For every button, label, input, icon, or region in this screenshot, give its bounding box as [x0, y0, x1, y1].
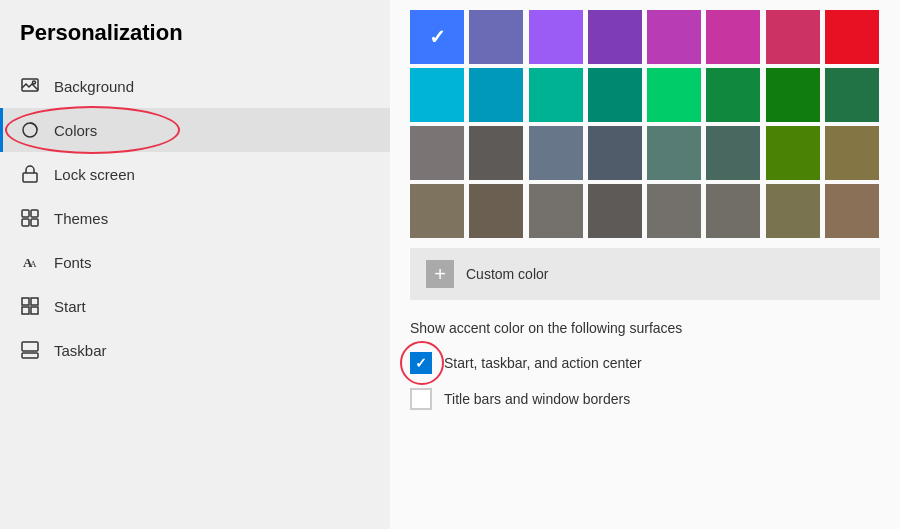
color-swatch[interactable] [588, 184, 642, 238]
color-swatch[interactable] [706, 184, 760, 238]
sidebar-item-themes[interactable]: Themes [0, 196, 390, 240]
color-swatch[interactable] [647, 126, 701, 180]
svg-point-1 [33, 81, 36, 84]
svg-rect-5 [31, 210, 38, 217]
sidebar-item-start[interactable]: Start [0, 284, 390, 328]
color-swatch[interactable] [588, 68, 642, 122]
color-swatch[interactable] [706, 68, 760, 122]
color-swatch[interactable] [529, 10, 583, 64]
custom-color-label: Custom color [466, 266, 548, 282]
color-swatch[interactable] [706, 126, 760, 180]
color-swatch[interactable] [825, 184, 879, 238]
color-swatch[interactable] [647, 10, 701, 64]
color-swatch[interactable] [410, 68, 464, 122]
themes-label: Themes [54, 210, 108, 227]
svg-rect-14 [22, 353, 38, 358]
title-bars-checkbox[interactable] [410, 388, 432, 410]
color-swatch[interactable] [825, 10, 879, 64]
checkbox-row-title-bars: Title bars and window borders [410, 388, 880, 410]
color-swatch[interactable] [766, 184, 820, 238]
custom-color-button[interactable]: + Custom color [410, 248, 880, 300]
color-swatch[interactable] [766, 68, 820, 122]
color-swatch[interactable] [706, 10, 760, 64]
color-swatch[interactable] [469, 126, 523, 180]
color-swatch[interactable] [410, 126, 464, 180]
lock-screen-icon [20, 164, 40, 184]
svg-text:A: A [30, 259, 37, 269]
checkbox-row-start-taskbar: Start, taskbar, and action center [410, 352, 880, 374]
color-swatch[interactable] [410, 184, 464, 238]
color-swatch[interactable] [410, 10, 464, 64]
lock-screen-label: Lock screen [54, 166, 135, 183]
sidebar-item-background[interactable]: Background [0, 64, 390, 108]
svg-rect-15 [22, 342, 38, 351]
color-swatch[interactable] [825, 126, 879, 180]
accent-section-title: Show accent color on the following surfa… [410, 320, 880, 336]
sidebar-item-taskbar[interactable]: Taskbar [0, 328, 390, 372]
start-taskbar-label: Start, taskbar, and action center [444, 355, 642, 371]
main-content: + Custom color Show accent color on the … [390, 0, 900, 529]
taskbar-icon [20, 340, 40, 360]
color-swatch[interactable] [469, 184, 523, 238]
svg-rect-11 [31, 298, 38, 305]
colors-icon [20, 120, 40, 140]
sidebar-item-fonts[interactable]: A A Fonts [0, 240, 390, 284]
color-swatch[interactable] [647, 68, 701, 122]
swatches-grid [410, 10, 880, 238]
custom-color-plus-icon: + [426, 260, 454, 288]
taskbar-label: Taskbar [54, 342, 107, 359]
color-swatch[interactable] [588, 10, 642, 64]
colors-label: Colors [54, 122, 97, 139]
start-icon [20, 296, 40, 316]
svg-rect-7 [31, 219, 38, 226]
start-taskbar-checkbox[interactable] [410, 352, 432, 374]
sidebar-title: Personalization [0, 10, 390, 64]
sidebar-item-lock-screen[interactable]: Lock screen [0, 152, 390, 196]
color-swatch[interactable] [529, 184, 583, 238]
svg-rect-13 [31, 307, 38, 314]
themes-icon [20, 208, 40, 228]
sidebar-item-colors[interactable]: Colors [0, 108, 390, 152]
svg-rect-6 [22, 219, 29, 226]
svg-rect-10 [22, 298, 29, 305]
color-swatch[interactable] [469, 68, 523, 122]
color-swatch[interactable] [766, 126, 820, 180]
color-swatch[interactable] [825, 68, 879, 122]
svg-rect-4 [22, 210, 29, 217]
title-bars-label: Title bars and window borders [444, 391, 630, 407]
color-swatch[interactable] [588, 126, 642, 180]
color-swatch[interactable] [529, 68, 583, 122]
svg-rect-12 [22, 307, 29, 314]
svg-rect-3 [23, 173, 37, 182]
background-icon [20, 76, 40, 96]
color-swatch[interactable] [766, 10, 820, 64]
start-label: Start [54, 298, 86, 315]
color-swatch[interactable] [647, 184, 701, 238]
color-swatch[interactable] [529, 126, 583, 180]
fonts-icon: A A [20, 252, 40, 272]
background-label: Background [54, 78, 134, 95]
color-swatch[interactable] [469, 10, 523, 64]
fonts-label: Fonts [54, 254, 92, 271]
sidebar: Personalization Background Colors [0, 0, 390, 529]
